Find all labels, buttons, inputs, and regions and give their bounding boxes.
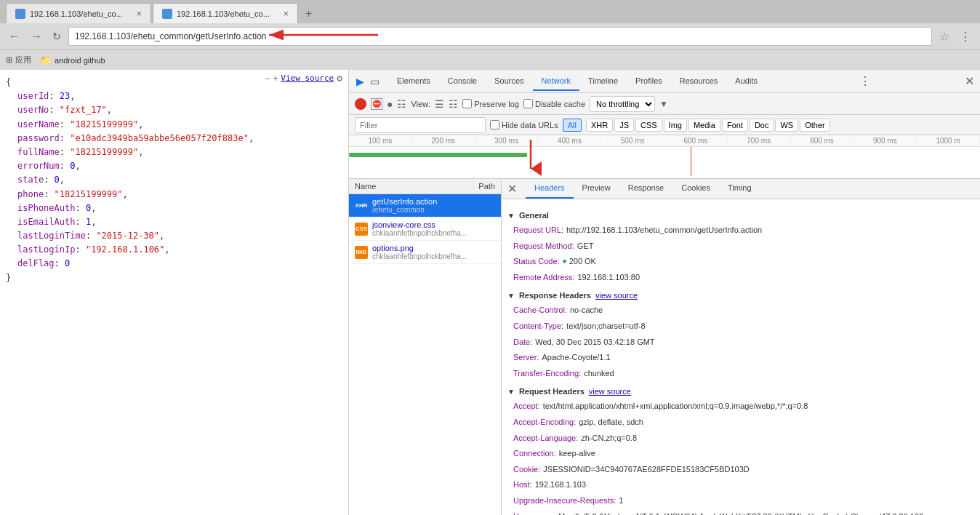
json-line-isphoneauth: isPhoneAuth: 0,: [6, 201, 342, 215]
tab-elements[interactable]: Elements: [388, 72, 439, 91]
preserve-log-label: Preserve log: [462, 99, 519, 108]
request-headers-wrapper: Request Headers view source: [507, 387, 974, 396]
reload-button[interactable]: ↻: [49, 29, 64, 44]
status-code-val: 200 OK: [569, 255, 596, 268]
tab-favicon-2: [162, 9, 172, 19]
hide-data-urls-checkbox[interactable]: [490, 120, 499, 129]
filter-ws-button[interactable]: WS: [775, 119, 798, 132]
detail-tab-headers[interactable]: Headers: [526, 179, 574, 199]
filter-css-button[interactable]: CSS: [635, 119, 662, 132]
json-line-lastloginip: lastLoginIp: "192.168.1.106",: [6, 243, 342, 257]
tab-sources[interactable]: Sources: [486, 72, 532, 91]
view-source-link[interactable]: View source: [281, 73, 334, 83]
content-type-val: text/json;charset=utf-8: [566, 320, 646, 333]
content-type-key: Content-Type:: [513, 320, 563, 333]
list-view-button[interactable]: ☰: [435, 98, 444, 110]
settings-icon[interactable]: ⚙: [337, 73, 342, 84]
request-column-header: Name Path: [349, 179, 501, 194]
tab-timeline[interactable]: Timeline: [579, 72, 627, 91]
request-item-options[interactable]: IMG options.png chklaanhfefbnpoihckbnefh…: [349, 241, 501, 264]
back-button[interactable]: ←: [6, 28, 23, 44]
browser-tab-2[interactable]: 192.168.1.103/ehetu_co... ×: [153, 3, 298, 23]
new-tab-button[interactable]: +: [300, 4, 318, 23]
group-view-button[interactable]: ☷: [449, 98, 458, 110]
filter-input[interactable]: [355, 117, 486, 133]
filter-img-button[interactable]: Img: [664, 119, 687, 132]
json-minus-button[interactable]: −: [265, 73, 270, 84]
tab-close-1[interactable]: ×: [136, 8, 142, 19]
main-content: − + View source ⚙ { userId: 23, userNo: …: [0, 70, 980, 515]
tab-network[interactable]: Network: [533, 72, 579, 91]
filter-types: XHR JS CSS Img Media Font Doc WS Other: [586, 119, 830, 132]
network-toolbar: ⛔ ● ☷ View: ☰ ☷ Preserve log Disable cac…: [349, 93, 980, 115]
timeline-bar-area: [349, 147, 980, 176]
bookmark-android-github[interactable]: 📁 android github: [34, 53, 111, 67]
mobile-emulation-button[interactable]: ▭: [369, 74, 381, 89]
request-headers-arrow: [502, 391, 507, 406]
bookmark-star-button[interactable]: ☆: [936, 28, 952, 45]
tab-favicon-1: [15, 9, 25, 19]
filter-media-button[interactable]: Media: [688, 119, 720, 132]
apps-button[interactable]: ⊞ 应用: [6, 55, 31, 65]
tab-resources[interactable]: Resources: [671, 72, 727, 91]
filter-doc-button[interactable]: Doc: [750, 119, 774, 132]
filter-other-button[interactable]: Other: [800, 119, 830, 132]
tab-console[interactable]: Console: [439, 72, 486, 91]
host-key: Host:: [513, 479, 532, 492]
detail-tab-response[interactable]: Response: [619, 179, 673, 199]
preserve-log-checkbox[interactable]: [462, 99, 472, 108]
throttle-select[interactable]: No throttling: [590, 96, 655, 112]
cookie-key: Cookie:: [513, 463, 540, 476]
json-panel: − + View source ⚙ { userId: 23, userNo: …: [0, 70, 349, 515]
request-item-getuserinfo[interactable]: XHR getUserInfo.action /ehetu_common: [349, 194, 501, 217]
screenshot-button[interactable]: ●: [387, 98, 393, 110]
filter-icon-button[interactable]: ☷: [397, 98, 406, 110]
accept-language-row: Accept-Language: zh-CN,zh;q=0.8: [507, 431, 974, 447]
status-code-key: Status Code:: [513, 255, 560, 268]
tick-300ms: 300 ms: [475, 137, 539, 145]
accept-language-key: Accept-Language:: [513, 432, 578, 445]
tab-close-2[interactable]: ×: [283, 8, 289, 19]
json-plus-button[interactable]: +: [273, 73, 278, 84]
user-agent-val: Mozilla/5.0 (Windows NT 6.1; WOW64) Appl…: [558, 511, 968, 516]
devtools-close-button[interactable]: ✕: [965, 74, 974, 88]
browser-menu-button[interactable]: ⋮: [957, 28, 974, 45]
detail-tab-timing[interactable]: Timing: [719, 179, 760, 199]
tab-profiles[interactable]: Profiles: [627, 72, 671, 91]
accept-row: Accept: text/html,application/xhtml+xml,…: [507, 399, 974, 415]
devtools-more-button[interactable]: ⋮: [859, 74, 871, 88]
request-view-source-link[interactable]: view source: [589, 387, 631, 396]
disable-cache-checkbox[interactable]: [523, 99, 533, 108]
filter-js-button[interactable]: JS: [614, 119, 634, 132]
stop-button[interactable]: ⛔: [371, 98, 382, 110]
detail-tab-cookies[interactable]: Cookies: [672, 179, 719, 199]
filter-font-button[interactable]: Font: [722, 119, 748, 132]
browser-window: 192.168.1.103/ehetu_co... × 192.168.1.10…: [0, 0, 980, 515]
tick-700ms: 700 ms: [728, 137, 791, 145]
request-item-jsonview[interactable]: CSS jsonview-core.css chklaanhfefbnpoihc…: [349, 217, 501, 241]
address-input[interactable]: [68, 27, 932, 46]
request-item-name-2: jsonview-core.css: [372, 220, 467, 229]
tab-audits[interactable]: Audits: [726, 72, 766, 91]
remote-address-row: Remote Address: 192.168.1.103:80: [507, 270, 974, 286]
cache-control-row: Cache-Control: no-cache: [507, 303, 974, 319]
record-button[interactable]: [355, 98, 366, 110]
accept-encoding-row: Accept-Encoding: gzip, deflate, sdch: [507, 415, 974, 431]
detail-tab-preview[interactable]: Preview: [574, 179, 619, 199]
inspect-element-button[interactable]: ▶: [355, 74, 366, 89]
forward-button[interactable]: →: [28, 28, 45, 44]
date-key: Date:: [513, 336, 532, 349]
json-line-userid: userId: 23,: [6, 89, 342, 103]
tick-900ms: 900 ms: [854, 137, 917, 145]
filter-all-button[interactable]: All: [563, 119, 582, 132]
cookie-val: JSESSIONID=34C940767AE628FFDE15183CF5BD1…: [543, 463, 749, 476]
tab-title-2: 192.168.1.103/ehetu_co...: [177, 9, 278, 18]
detail-close-button[interactable]: ✕: [502, 179, 523, 199]
hide-data-urls-label: Hide data URLs: [490, 120, 558, 129]
browser-tab-1[interactable]: 192.168.1.103/ehetu_co... ×: [6, 3, 151, 23]
request-method-row: Request Method: GET: [507, 239, 974, 255]
view-label: View:: [411, 100, 430, 108]
upgrade-insecure-val: 1: [619, 495, 623, 508]
response-view-source-link[interactable]: view source: [595, 291, 638, 300]
filter-xhr-button[interactable]: XHR: [586, 119, 613, 132]
